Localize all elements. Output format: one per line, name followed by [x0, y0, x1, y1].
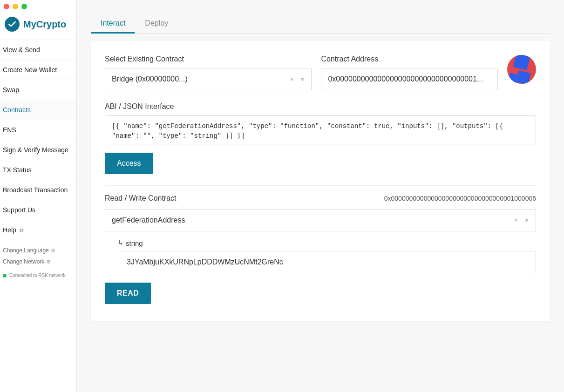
tabs: Interact Deploy — [91, 14, 550, 34]
sidebar-item-ens[interactable]: ENS — [0, 120, 76, 140]
main-content: Interact Deploy Select Existing Contract… — [77, 0, 564, 392]
clear-icon[interactable]: × — [290, 75, 293, 83]
close-window-icon[interactable] — [4, 4, 9, 9]
contract-select[interactable]: Bridge (0x00000000...) × ▼ — [105, 68, 312, 90]
method-output: ↳ string — [119, 239, 536, 273]
sidebar-item-support-us[interactable]: Support Us — [0, 200, 76, 220]
sidebar-bottom-links: Change Language ⚙ Change Network ⚙ — [0, 240, 76, 269]
sidebar-item-broadcast-tx[interactable]: Broadcast Transaction — [0, 180, 76, 200]
change-network-link[interactable]: Change Network ⚙ — [3, 256, 74, 267]
output-type: string — [126, 239, 143, 247]
tab-interact[interactable]: Interact — [91, 14, 135, 34]
sidebar-item-tx-status[interactable]: TX Status — [0, 160, 76, 180]
clear-icon[interactable]: × — [514, 216, 518, 224]
sidebar-item-create-wallet[interactable]: Create New Wallet — [0, 60, 76, 80]
status-dot-icon — [3, 274, 7, 277]
contract-address-label: Contract Address — [321, 55, 498, 63]
contract-panel: Select Existing Contract Bridge (0x00000… — [91, 41, 550, 321]
select-contract-label: Select Existing Contract — [105, 55, 312, 63]
contract-full-address: 0x00000000000000000000000000000000010000… — [384, 195, 536, 202]
logo: MyCrypto — [0, 13, 76, 40]
sidebar-item-label: Help — [3, 226, 16, 234]
chevron-down-icon: ▼ — [524, 218, 529, 223]
method-select[interactable]: getFederationAddress × ▼ — [105, 209, 536, 231]
tab-deploy[interactable]: Deploy — [135, 14, 178, 33]
minimize-window-icon[interactable] — [13, 4, 18, 9]
maximize-window-icon[interactable] — [21, 4, 27, 9]
abi-label: ABI / JSON Interface — [105, 102, 536, 111]
external-link-icon: ⧉ — [20, 227, 24, 234]
contract-select-value: Bridge (0x00000000...) — [112, 75, 188, 83]
sidebar-item-contracts[interactable]: Contracts — [0, 100, 76, 120]
sidebar: MyCrypto View & Send Create New Wallet S… — [0, 0, 77, 392]
brand-name: MyCrypto — [23, 19, 66, 30]
window-controls — [0, 0, 76, 13]
address-identicon — [507, 55, 536, 84]
gear-icon: ⚙ — [46, 259, 51, 265]
abi-textarea[interactable] — [105, 115, 536, 144]
method-select-value: getFederationAddress — [112, 216, 185, 224]
contract-address-input[interactable] — [321, 68, 498, 90]
sidebar-item-sign-verify[interactable]: Sign & Verify Message — [0, 140, 76, 160]
read-button[interactable]: READ — [105, 283, 151, 304]
gear-icon: ⚙ — [51, 248, 55, 254]
network-status: Connected to RSK network — [0, 269, 76, 282]
network-status-text: Connected to RSK network — [9, 273, 66, 278]
chevron-down-icon: ▼ — [300, 77, 305, 82]
logo-icon — [5, 17, 20, 32]
sidebar-item-view-send[interactable]: View & Send — [0, 40, 76, 60]
sidebar-item-help[interactable]: Help ⧉ — [0, 220, 76, 240]
output-value-input[interactable] — [119, 251, 536, 273]
divider — [105, 185, 536, 186]
access-button[interactable]: Access — [105, 153, 153, 174]
corner-arrow-icon: ↳ — [119, 238, 123, 247]
sidebar-item-swap[interactable]: Swap — [0, 80, 76, 100]
change-language-link[interactable]: Change Language ⚙ — [3, 245, 74, 256]
read-write-label: Read / Write Contract — [105, 194, 177, 203]
